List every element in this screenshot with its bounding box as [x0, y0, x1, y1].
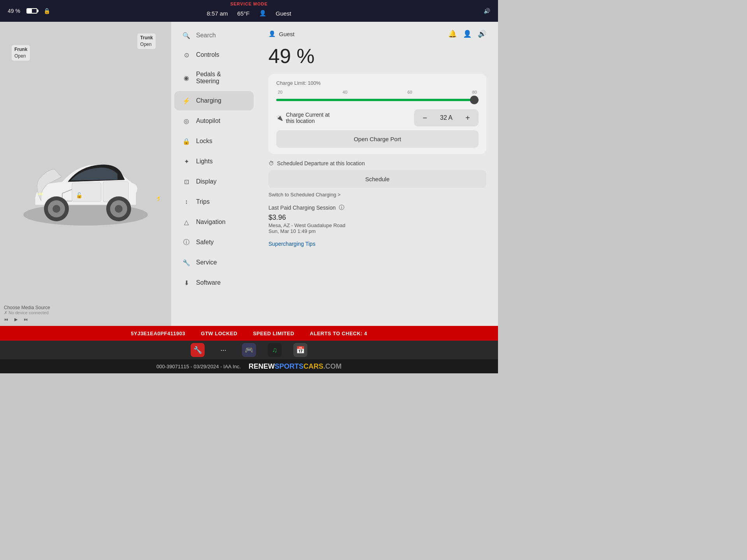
decrease-current-button[interactable]: − — [419, 112, 430, 123]
search-icon: 🔍 — [182, 31, 191, 40]
slider-ticks: 20 40 60 80 — [276, 90, 479, 94]
trunk-label: TrunkOpen — [137, 33, 156, 49]
schedule-row: Schedule — [268, 170, 486, 188]
sidebar-item-pedals[interactable]: ◉ Pedals & Steering — [174, 65, 254, 90]
tick-60: 60 — [407, 90, 412, 94]
scheduled-label: ⏱ Scheduled Departure at this location — [268, 160, 486, 166]
svg-point-5 — [53, 205, 60, 213]
slider-fill — [276, 99, 479, 101]
battery-percentage: 49 % — [268, 44, 486, 68]
tick-40: 40 — [343, 90, 347, 94]
media-prev-icon[interactable]: ⏮ — [4, 317, 8, 322]
session-date: Sun, Mar 10 1:49 pm — [268, 228, 486, 234]
renew-logo: RENEWSPORTSCARS.COM — [249, 362, 342, 371]
service-mode-label: SERVICE MODE — [230, 2, 268, 6]
sidebar-item-display[interactable]: ⊡ Display — [174, 172, 254, 191]
media-next-icon[interactable]: ⏭ — [24, 317, 28, 322]
svg-point-8 — [115, 205, 123, 213]
scheduled-section: ⏱ Scheduled Departure at this location S… — [268, 160, 486, 198]
schedule-button[interactable]: Schedule — [268, 170, 486, 188]
guest-name: Guest — [279, 31, 295, 37]
current-value: 32 A — [437, 114, 456, 121]
tick-20: 20 — [278, 90, 282, 94]
time-display: 8:57 am — [207, 10, 228, 17]
increase-current-button[interactable]: + — [462, 112, 473, 123]
supercharging-tips-link[interactable]: Supercharging Tips — [268, 241, 316, 247]
nav-menu: 🔍 Search ⊙ Controls ◉ Pedals & Steering … — [171, 22, 257, 326]
spotify-icon[interactable]: ♫ — [268, 343, 282, 357]
sidebar-item-autopilot[interactable]: ◎ Autopilot — [174, 111, 254, 131]
charging-icon: ⚡ — [182, 96, 191, 105]
locks-label: Locks — [196, 138, 212, 145]
bottom-info-text: 000-39071115 - 03/29/2024 - IAA Inc. — [156, 364, 241, 369]
last-session-section: Last Paid Charging Session ⓘ $3.96 Mesa,… — [268, 204, 486, 234]
svg-text:⚡: ⚡ — [156, 194, 160, 201]
media-device-status: ✗ No device connected — [4, 310, 167, 315]
sidebar-item-locks[interactable]: 🔒 Locks — [174, 131, 254, 151]
tools-app-icon[interactable]: 🔧 — [191, 343, 205, 357]
calendar-icon[interactable]: 📅 — [293, 343, 307, 357]
pedals-label: Pedals & Steering — [196, 71, 246, 85]
sidebar-item-charging[interactable]: ⚡ Charging — [174, 91, 254, 110]
slider-track — [276, 99, 479, 101]
service-icon: 🔧 — [182, 258, 191, 267]
charge-limit-label: Charge Limit: 100% — [276, 80, 479, 86]
navigation-icon: △ — [182, 218, 191, 226]
trips-label: Trips — [196, 198, 210, 205]
car-image-area: ⚡ ⚡ 🔓 — [8, 45, 163, 334]
media-source-label: Choose Media Source — [4, 305, 167, 310]
charging-label: Charging — [196, 97, 221, 104]
search-item[interactable]: 🔍 Search — [174, 27, 254, 44]
charge-limit-slider[interactable] — [276, 96, 479, 104]
guest-header: 👤 Guest 🔔 👤 🔊 — [268, 30, 486, 38]
alerts-count: ALERTS TO CHECK: 4 — [310, 331, 367, 336]
charging-content: 👤 Guest 🔔 👤 🔊 49 % Charge Limit: 100% 20 — [257, 22, 498, 326]
lights-icon: ✦ — [182, 157, 191, 166]
person-icon[interactable]: 👤 — [463, 30, 472, 38]
bell-icon[interactable]: 🔔 — [448, 30, 457, 38]
sidebar-item-software[interactable]: ⬇ Software — [174, 273, 254, 292]
sidebar-item-navigation[interactable]: △ Navigation — [174, 212, 254, 232]
more-apps-icon[interactable]: ··· — [216, 343, 230, 357]
pedals-icon: ◉ — [182, 74, 191, 82]
volume-icon[interactable]: 🔊 — [478, 30, 486, 38]
tick-80: 80 — [472, 90, 477, 94]
right-panel: 🔍 Search ⊙ Controls ◉ Pedals & Steering … — [171, 22, 498, 326]
display-icon: ⊡ — [182, 177, 191, 186]
sidebar-item-service[interactable]: 🔧 Service — [174, 253, 254, 272]
switch-to-scheduled-link[interactable]: Switch to Scheduled Charging > — [268, 192, 340, 198]
lock-icon: 🔒 — [44, 8, 50, 14]
gtw-status: GTW LOCKED — [201, 331, 237, 336]
software-icon: ⬇ — [182, 278, 191, 287]
session-amount: $3.96 — [268, 214, 486, 222]
autopilot-icon: ◎ — [182, 117, 191, 125]
sidebar-item-trips[interactable]: ↕ Trips — [174, 192, 254, 212]
clock-icon: ⏱ — [268, 160, 274, 166]
autopilot-label: Autopilot — [196, 117, 220, 124]
sidebar-item-lights[interactable]: ✦ Lights — [174, 152, 254, 171]
plug-icon: 🔌 — [276, 115, 283, 121]
controls-label: Controls — [196, 51, 219, 58]
trips-icon: ↕ — [182, 198, 191, 206]
media-play-icon[interactable]: ▶ — [14, 317, 18, 322]
charge-current-row: 🔌 Charge Current atthis location − 32 A … — [276, 109, 479, 126]
safety-label: Safety — [196, 239, 214, 246]
sidebar-item-safety[interactable]: ⓘ Safety — [174, 233, 254, 252]
slider-thumb[interactable] — [470, 96, 479, 104]
charge-current-label: 🔌 Charge Current atthis location — [276, 112, 330, 124]
status-bar: SERVICE MODE 49 % 🔒 8:57 am 65°F 👤 Guest… — [0, 0, 498, 22]
last-session-header: Last Paid Charging Session ⓘ — [268, 204, 486, 211]
media-bar: Choose Media Source ✗ No device connecte… — [4, 305, 167, 322]
taskbar: 🔧 ··· 🎮 ♫ 📅 — [0, 341, 498, 359]
svg-text:🔓: 🔓 — [76, 192, 83, 199]
main-content: FrunkOpen TrunkOpen — [0, 22, 498, 326]
charge-card: Charge Limit: 100% 20 40 60 80 — [268, 74, 486, 154]
sidebar-item-controls[interactable]: ⊙ Controls — [174, 45, 254, 65]
user-icon: 👤 — [259, 10, 267, 17]
games-icon[interactable]: 🎮 — [242, 343, 256, 357]
temperature-display: 65°F — [237, 10, 250, 17]
open-charge-port-button[interactable]: Open Charge Port — [276, 130, 479, 148]
info-icon[interactable]: ⓘ — [339, 204, 344, 211]
header-controls: 🔔 👤 🔊 — [448, 30, 486, 38]
service-label: Service — [196, 259, 217, 266]
